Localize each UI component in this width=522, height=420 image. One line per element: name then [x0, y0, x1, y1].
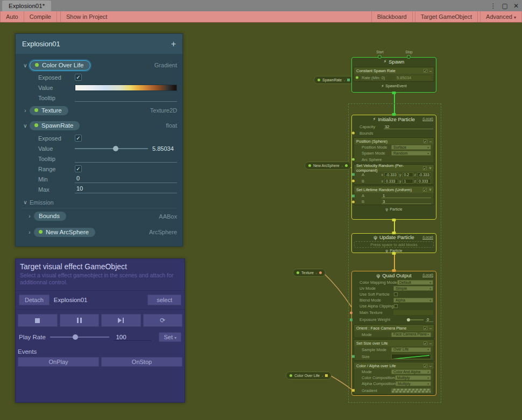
empty-blocks-placeholder[interactable]: Press space to add blocks	[354, 241, 434, 248]
block-enabled-checkbox[interactable]: ✓	[424, 341, 427, 345]
blend-mode-dropdown[interactable]: Alpha▾	[393, 298, 433, 303]
auto-button[interactable]: Auto	[0, 11, 24, 22]
blackboard-toggle-button[interactable]: Blackboard	[371, 11, 413, 22]
output-port[interactable]	[345, 164, 348, 167]
use-soft-particle-checkbox[interactable]	[394, 292, 398, 296]
use-alpha-clipping-checkbox[interactable]	[394, 304, 398, 308]
value-field[interactable]: 5.85034	[152, 145, 177, 152]
block-enabled-checkbox[interactable]: ✓	[424, 139, 427, 143]
collapse-icon[interactable]: ∨	[429, 166, 432, 170]
chevron-right-icon[interactable]: ›	[21, 108, 30, 114]
collapse-icon[interactable]: –	[429, 69, 432, 73]
color-composition-dropdown[interactable]: Multiply▾	[395, 375, 431, 380]
exposure-weight-port[interactable]	[350, 318, 352, 321]
collapse-icon[interactable]: –	[429, 326, 432, 330]
param-node-new-arcsphere[interactable]: New ArcSphere ›	[305, 162, 351, 170]
spawn-event-out-port[interactable]	[392, 92, 396, 94]
initialize-particle-node[interactable]: ⚡ Initialize Particle (Local) Capacity 3…	[351, 115, 436, 220]
param-node-color-over-life[interactable]: Color Over Life ›	[286, 372, 331, 380]
pause-button[interactable]	[60, 314, 100, 327]
space-toggle-link[interactable]: (Local)	[422, 273, 433, 277]
step-button[interactable]	[101, 314, 141, 327]
tooltip-field[interactable]	[75, 155, 177, 163]
play-rate-slider[interactable]	[50, 337, 109, 338]
min-field[interactable]: 0	[75, 175, 177, 183]
orient-mode-dropdown[interactable]: Face Camera Plane▾	[391, 332, 431, 337]
graph-canvas[interactable]: Explosion01 + ∨ Color Over Life Gradient…	[0, 23, 522, 420]
block-enabled-checkbox[interactable]: ✓	[424, 364, 427, 368]
block-set-size-over-life[interactable]: Set Size over Life ✓ – Sample Mode Over …	[354, 339, 434, 361]
collapse-icon[interactable]: ∨	[429, 187, 432, 192]
main-texture-input-port[interactable]	[350, 311, 352, 314]
param-pill-color-over-life[interactable]: Color Over Life	[30, 60, 90, 71]
b-z-field[interactable]: 0.333	[417, 179, 431, 184]
exposure-slider[interactable]	[407, 319, 424, 320]
position-mode-dropdown[interactable]: Surface▾	[391, 145, 431, 150]
block-enabled-checkbox[interactable]: ✓	[424, 326, 427, 330]
a-x-field[interactable]: -0.333	[384, 172, 398, 177]
set-rate-button[interactable]: Set▾	[159, 332, 181, 342]
category-emission[interactable]: ∨ Emission	[21, 197, 177, 208]
advanced-dropdown-button[interactable]: Advanced▾	[480, 11, 522, 22]
gradient-value-field[interactable]	[75, 85, 177, 91]
collapse-icon[interactable]: –	[429, 364, 432, 368]
slider-knob[interactable]	[113, 146, 118, 151]
collapse-icon[interactable]: –	[429, 341, 432, 345]
mode-dropdown[interactable]: Color And Alpha▾	[391, 369, 431, 374]
show-in-project-button[interactable]: Show in Project	[60, 11, 112, 22]
detach-button[interactable]: Detach	[19, 295, 50, 305]
quad-output-node[interactable]: ψ Quad Output (Local) Color Mapping Mode…	[351, 271, 436, 396]
restart-button[interactable]: ⟳	[143, 314, 183, 327]
collapse-icon[interactable]: –	[429, 139, 432, 143]
alpha-composition-dropdown[interactable]: Multiply▾	[396, 381, 431, 386]
lifetime-b-field[interactable]: 3	[382, 199, 431, 204]
b-input-port[interactable]	[352, 180, 355, 183]
uv-mode-dropdown[interactable]: Simple▾	[393, 286, 433, 291]
play-rate-field[interactable]: 100	[114, 334, 151, 341]
a-input-port[interactable]	[352, 173, 355, 176]
param-node-spawnrate[interactable]: SpawnRate ›	[314, 76, 354, 84]
chevron-down-icon[interactable]: ∨	[21, 62, 30, 68]
param-pill-texture[interactable]: Texture	[30, 106, 68, 115]
capacity-field[interactable]: 32	[384, 124, 433, 129]
block-orient[interactable]: Orient : Face Camera Plane ✓ – Mode Face…	[354, 324, 434, 338]
spawn-context-node[interactable]: Start Stop ⚡ Spawn Constant Spawn Rate ✓…	[351, 57, 436, 93]
block-set-lifetime-random[interactable]: Set Lifetime Random (Uniform) ✓ ∨ A 1 B …	[354, 186, 434, 205]
max-field[interactable]: 10	[75, 185, 177, 193]
exposed-checkbox[interactable]: ✓	[75, 74, 82, 81]
onstop-button[interactable]: OnStop	[101, 357, 182, 367]
param-pill-new-arcsphere[interactable]: New ArcSphere	[34, 228, 95, 237]
b-y-field[interactable]: 1	[403, 179, 413, 184]
bounds-input-port[interactable]	[352, 132, 355, 135]
add-parameter-icon[interactable]: +	[171, 39, 176, 49]
close-icon[interactable]: ✕	[513, 2, 519, 10]
a-y-field[interactable]: 0.2	[403, 172, 413, 177]
param-pill-spawnrate[interactable]: SpawnRate	[30, 121, 80, 130]
target-gameobject-toggle-button[interactable]: Target GameObject	[415, 11, 478, 22]
a-input-port[interactable]	[352, 194, 355, 197]
block-enabled-checkbox[interactable]: ✓	[424, 69, 427, 73]
param-node-texture[interactable]: Texture ›	[293, 269, 326, 277]
block-enabled-checkbox[interactable]: ✓	[423, 188, 427, 192]
b-x-field[interactable]: 0.333	[384, 179, 398, 184]
gradient-field[interactable]	[391, 388, 431, 393]
particle-out-port[interactable]	[392, 252, 396, 255]
output-port[interactable]	[347, 79, 350, 81]
tooltip-field[interactable]	[75, 94, 177, 102]
maximize-icon[interactable]: ▢	[502, 2, 508, 10]
rate-input-port[interactable]	[356, 76, 358, 79]
output-port[interactable]	[325, 374, 328, 377]
exposed-checkbox[interactable]: ✓	[75, 135, 82, 142]
stop-button[interactable]	[18, 314, 58, 327]
size-curve-field[interactable]	[391, 354, 431, 359]
lifetime-a-field[interactable]: 1	[382, 193, 431, 198]
compile-button[interactable]: Compile	[24, 11, 57, 22]
sample-mode-dropdown[interactable]: Over Life▾	[391, 347, 431, 352]
exposure-field[interactable]: 0	[426, 317, 433, 322]
chevron-down-icon[interactable]: ∨	[21, 123, 30, 129]
window-tab[interactable]: Explosion01*	[2, 1, 51, 11]
value-slider[interactable]	[75, 148, 148, 149]
spawn-mode-dropdown[interactable]: Random▾	[391, 151, 431, 156]
range-checkbox[interactable]: ✓	[75, 165, 82, 172]
block-set-velocity-random[interactable]: Set Velocity Random (Per-component) ✓ ∨ …	[354, 164, 434, 185]
